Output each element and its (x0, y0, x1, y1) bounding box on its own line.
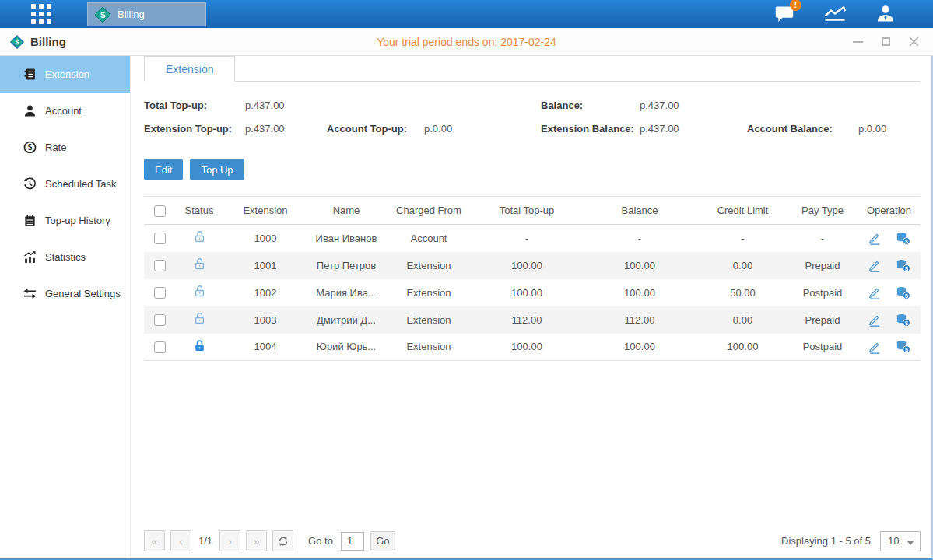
topup-coins-icon[interactable]: $ (896, 313, 910, 327)
charged-from-cell: Extension (385, 334, 472, 361)
table-row[interactable]: 1003 Дмитрий Д... Extension 112.00 112.0… (144, 306, 921, 334)
top-up-button[interactable]: Top Up (190, 159, 244, 180)
next-page-button[interactable]: › (219, 530, 240, 551)
extension-topup-value: p.437.00 (245, 123, 327, 135)
topup-coins-icon[interactable]: $ (896, 259, 910, 272)
lock-status-icon[interactable] (193, 312, 206, 325)
sidebar-item-label: Rate (45, 142, 66, 153)
billing-title-diamond-icon: $ (10, 35, 24, 49)
table-row[interactable]: 1001 Петр Петров Extension 100.00 100.00… (144, 252, 921, 279)
total-topup-cell: 100.00 (472, 334, 581, 361)
name-cell: Иван Иванов (307, 225, 385, 252)
col-header-extension: Extension (223, 197, 307, 225)
operation-cell: $ (858, 258, 921, 272)
refresh-icon[interactable] (272, 530, 293, 551)
account-balance-label: Account Balance: (747, 123, 858, 135)
app-grid-icon[interactable] (26, 2, 56, 26)
lock-status-icon[interactable] (193, 285, 206, 298)
resource-monitor-icon[interactable] (823, 4, 847, 24)
account-topup-value: p.0.00 (424, 123, 541, 135)
operation-cell: $ (858, 340, 921, 354)
taskbar-right-icons: ! (773, 4, 933, 24)
topup-coins-icon[interactable]: $ (896, 286, 910, 299)
row-checkbox[interactable] (154, 314, 166, 326)
sidebar-item-statistics[interactable]: Statistics (0, 239, 130, 275)
window-body: Extension Account $ Rate (0, 56, 933, 560)
window-titlebar: $ Billing Your trial period ends on: 201… (0, 28, 933, 56)
summary-panel: Total Top-up: p.437.00 Extension Top-up:… (144, 93, 921, 140)
tab-extension[interactable]: Extension (144, 56, 235, 82)
sidebar-item-topup-history[interactable]: Top-up History (0, 202, 130, 239)
chevron-down-icon (907, 541, 914, 545)
balance-cell: 100.00 (581, 252, 698, 279)
table-row[interactable]: 1002 Мария Ива... Extension 100.00 100.0… (144, 279, 921, 306)
svg-text:$: $ (28, 143, 33, 152)
table-header-row: Status Extension Name Charged From Total… (144, 197, 921, 225)
tab-strip: Extension (144, 56, 921, 82)
select-all-checkbox[interactable] (154, 205, 166, 217)
go-button[interactable]: Go (370, 531, 395, 551)
account-topup-label: Account Top-up: (327, 123, 424, 135)
sidebar-item-scheduled-task[interactable]: Scheduled Task (0, 166, 130, 202)
edit-pencil-icon[interactable] (868, 285, 882, 299)
last-page-button[interactable]: » (246, 530, 267, 551)
topup-coins-icon[interactable]: $ (896, 232, 910, 245)
messages-icon[interactable]: ! (773, 4, 796, 24)
app-window: $ Billing ! (0, 0, 933, 560)
lock-status-icon[interactable] (193, 339, 206, 352)
row-checkbox[interactable] (154, 233, 166, 244)
svg-text:$: $ (100, 10, 105, 19)
sidebar-item-general-settings[interactable]: General Settings (0, 275, 130, 312)
name-cell: Мария Ива... (307, 279, 385, 306)
edit-pencil-icon[interactable] (868, 313, 882, 327)
extension-balance-value: p.437.00 (640, 123, 747, 135)
edit-pencil-icon[interactable] (868, 340, 882, 354)
maximize-icon[interactable] (880, 37, 891, 47)
credit-limit-cell: 0.00 (698, 306, 787, 334)
pay-type-cell: - (787, 225, 858, 252)
balance-cell: - (581, 225, 698, 252)
col-header-name: Name (307, 197, 385, 225)
lock-status-icon[interactable] (193, 257, 206, 271)
table-row[interactable]: 1004 Юрий Юрь... Extension 100.00 100.00… (144, 334, 921, 361)
edit-button[interactable]: Edit (144, 159, 183, 180)
topup-coins-icon[interactable]: $ (896, 340, 910, 353)
credit-limit-cell: 0.00 (698, 252, 787, 279)
page-size-select[interactable]: 10 (880, 531, 921, 551)
user-account-icon[interactable] (874, 4, 897, 24)
minimize-icon[interactable] (852, 37, 863, 47)
col-header-balance: Balance (581, 197, 698, 225)
table-row[interactable]: 1000 Иван Иванов Account - - - - (144, 225, 921, 252)
edit-pencil-icon[interactable] (868, 231, 882, 245)
ledger-icon (23, 68, 37, 81)
row-checkbox[interactable] (154, 260, 166, 271)
row-checkbox[interactable] (154, 341, 166, 353)
sidebar-item-label: General Settings (45, 288, 121, 299)
edit-pencil-icon[interactable] (868, 258, 882, 272)
main-content: Extension Total Top-up: p.437.00 Extensi… (131, 56, 931, 558)
extension-balance-label: Extension Balance: (541, 123, 640, 135)
lock-status-icon[interactable] (193, 230, 206, 243)
row-checkbox[interactable] (154, 287, 166, 299)
goto-page-input[interactable] (341, 532, 364, 551)
exchange-arrows-icon (23, 287, 37, 300)
sidebar-item-label: Extension (45, 68, 89, 80)
app-grid-glyph (30, 3, 52, 25)
charged-from-cell: Account (385, 225, 472, 252)
sidebar-item-account[interactable]: Account (0, 93, 130, 129)
extension-cell: 1001 (223, 252, 307, 279)
billing-diamond-icon: $ (94, 6, 111, 23)
sidebar-item-label: Account (45, 105, 82, 117)
balance-value: p.437.00 (640, 100, 747, 111)
displaying-text: Displaying 1 - 5 of 5 (781, 535, 871, 547)
taskbar-tab-billing[interactable]: $ Billing (87, 2, 206, 26)
sidebar-item-extension[interactable]: Extension (0, 56, 130, 93)
svg-text:$: $ (905, 238, 908, 244)
prev-page-button[interactable]: ‹ (170, 530, 191, 551)
name-cell: Юрий Юрь... (307, 334, 385, 361)
close-icon[interactable] (908, 37, 919, 47)
page-indicator: 1/1 (197, 535, 219, 547)
first-page-button[interactable]: « (144, 530, 165, 551)
sidebar-item-rate[interactable]: $ Rate (0, 129, 130, 166)
total-topup-cell: 100.00 (472, 252, 581, 279)
